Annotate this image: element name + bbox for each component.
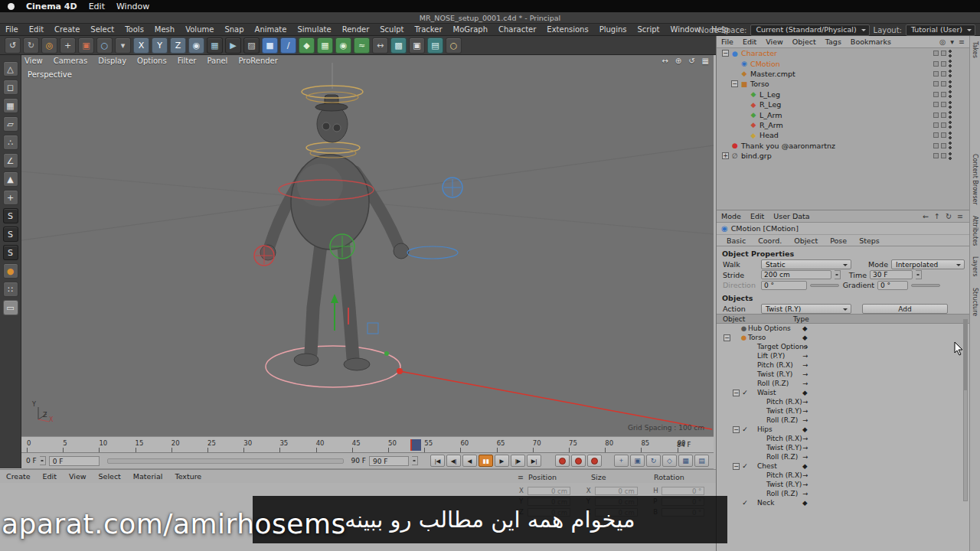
volume-icon[interactable]: ▩ <box>390 37 407 54</box>
tree-expander-toggle[interactable] <box>742 491 749 497</box>
points-mode-icon[interactable]: ∴ <box>3 135 18 150</box>
tree-row[interactable]: Twist (R.Y) → <box>717 370 969 379</box>
tree-expander-toggle[interactable] <box>742 445 749 452</box>
layer-toggle-icon[interactable] <box>933 122 939 128</box>
material-menu-item[interactable]: Edit <box>37 472 63 481</box>
tree-row[interactable]: Lift (P.Y) → <box>717 351 969 360</box>
snap-enable-icon[interactable]: S <box>3 208 18 223</box>
go-to-start-button[interactable]: |◀ <box>430 455 445 467</box>
attribute-tab[interactable]: Pose <box>825 236 852 246</box>
simulate-icon[interactable]: ≈ <box>354 37 370 54</box>
viewport-menu-item[interactable]: Cameras <box>54 57 87 65</box>
tree-type-icon[interactable]: → <box>802 453 808 461</box>
record-keyframe-button[interactable] <box>555 455 570 467</box>
menubar-item[interactable]: Tracker <box>409 25 447 34</box>
object-row[interactable]: ◆ R_Arm <box>717 120 969 130</box>
layer-toggle-icon[interactable] <box>933 153 939 158</box>
y-axis-icon[interactable]: Y <box>152 37 168 54</box>
keyframe-selection-button[interactable] <box>587 455 602 467</box>
tree-type-icon[interactable]: → <box>802 343 808 350</box>
visibility-dots-icon[interactable] <box>949 70 952 77</box>
mograph-icon[interactable]: ▦ <box>317 37 333 54</box>
gradient-slider[interactable] <box>911 284 940 287</box>
tree-row[interactable]: Twist (R.Y) → <box>717 406 969 416</box>
tree-expander-toggle[interactable] <box>742 472 749 479</box>
menubar-item[interactable]: Volume <box>180 25 219 34</box>
render-toggle-icon[interactable] <box>941 81 946 86</box>
expander-toggle[interactable] <box>740 101 747 108</box>
tree-type-icon[interactable]: → <box>802 444 808 452</box>
autokeying-button[interactable] <box>571 455 586 467</box>
tree-row[interactable]: − ✓ Hips ◆ <box>717 425 969 434</box>
visibility-dots-icon[interactable] <box>949 111 952 119</box>
visibility-dots-icon[interactable] <box>949 152 952 160</box>
size-value-field[interactable]: 0 cm <box>595 487 638 495</box>
current-frame-field[interactable]: 0 F <box>49 456 100 466</box>
scale-tool-icon[interactable]: ▣ <box>78 37 94 54</box>
menubar-item[interactable]: Animate <box>250 25 292 34</box>
workplane-icon[interactable]: ▭ <box>3 300 18 315</box>
tree-expander-toggle[interactable] <box>733 380 740 387</box>
range-start-spin[interactable]: 0 F <box>26 457 37 465</box>
object-row[interactable]: − ● Character <box>717 48 969 58</box>
tree-expander-toggle[interactable] <box>742 454 749 461</box>
render-toggle-icon[interactable] <box>941 51 946 56</box>
layer-toggle-icon[interactable] <box>933 61 939 67</box>
expander-toggle[interactable]: − <box>731 80 738 87</box>
timeline-ruler[interactable]: 051015202530354045505560657075808590 <box>21 436 714 453</box>
mode-dropdown[interactable]: Interpolated <box>891 259 965 269</box>
position-value-field[interactable]: 0 cm <box>528 487 570 495</box>
object-row[interactable]: ◆ Head <box>717 130 969 140</box>
next-key-button[interactable]: |▶ <box>511 455 525 467</box>
material-menu-item[interactable]: Texture <box>168 472 207 481</box>
tree-row[interactable]: Roll (R.Z) → <box>717 379 969 388</box>
tree-type-icon[interactable]: ◆ <box>802 499 808 507</box>
om-filter-icon[interactable]: ▾ <box>950 37 954 46</box>
visibility-dots-icon[interactable] <box>949 101 952 109</box>
pause-button[interactable]: ▮▮ <box>479 455 493 467</box>
tree-type-icon[interactable]: ◆ <box>802 389 808 396</box>
tree-expander-toggle[interactable] <box>742 481 749 488</box>
pan-view-icon[interactable]: ↔ <box>662 57 668 65</box>
tree-expander-toggle[interactable] <box>733 371 740 378</box>
column-object[interactable]: Object <box>717 315 793 323</box>
render-toggle-icon[interactable] <box>941 122 946 128</box>
viewport-menu-item[interactable]: Display <box>98 57 126 65</box>
tree-expander-toggle[interactable] <box>742 435 749 442</box>
tree-type-icon[interactable]: → <box>802 471 808 479</box>
material-menu-item[interactable]: Create <box>0 472 37 481</box>
tree-row[interactable]: Target Options → <box>717 342 969 351</box>
menubar-item[interactable]: Select <box>85 25 119 34</box>
go-to-end-button[interactable]: ▶| <box>527 455 541 467</box>
menubar-item[interactable]: Character <box>493 25 541 34</box>
menubar-item[interactable]: Edit <box>24 25 49 34</box>
enable-axis-icon[interactable]: + <box>3 190 18 205</box>
visibility-dots-icon[interactable] <box>949 80 952 88</box>
render-toggle-icon[interactable] <box>941 102 946 107</box>
tree-checkmark-icon[interactable]: ✓ <box>741 425 749 433</box>
expander-toggle[interactable] <box>731 70 738 77</box>
stride-stepper[interactable] <box>835 270 841 279</box>
object-row[interactable]: ● Thank you @aaronmartnz <box>717 141 969 151</box>
tree-row[interactable]: − ✓ Waist ◆ <box>717 388 969 397</box>
range-end-stepper[interactable] <box>412 456 418 465</box>
tree-type-icon[interactable]: ◆ <box>802 425 808 433</box>
dock-tab[interactable]: Content Browser <box>972 154 978 205</box>
menubar-item[interactable]: Tools <box>119 25 149 34</box>
time-field[interactable]: 30 F <box>870 270 913 279</box>
dock-tab[interactable]: Takes <box>972 41 978 58</box>
tree-row[interactable]: Roll (R.Z) → <box>717 452 969 461</box>
tree-row[interactable]: Roll (R.Z) → <box>717 489 969 498</box>
tree-expander-toggle[interactable] <box>733 344 740 350</box>
record-rotation-toggle[interactable]: ↻ <box>646 455 661 467</box>
render-toggle-icon[interactable] <box>941 61 946 67</box>
viewport-menu-item[interactable]: Options <box>137 57 167 65</box>
menubar-item[interactable]: Script <box>632 25 665 34</box>
render-toggle-icon[interactable] <box>941 92 946 97</box>
coordinates-menu-icon[interactable]: ≡ <box>518 473 528 481</box>
previous-key-button[interactable]: ◀| <box>446 455 461 467</box>
expander-toggle[interactable] <box>740 132 747 139</box>
menu-edit[interactable]: Edit <box>89 2 105 11</box>
visibility-dots-icon[interactable] <box>949 121 952 129</box>
rotate-view-icon[interactable]: ↺ <box>688 57 694 65</box>
